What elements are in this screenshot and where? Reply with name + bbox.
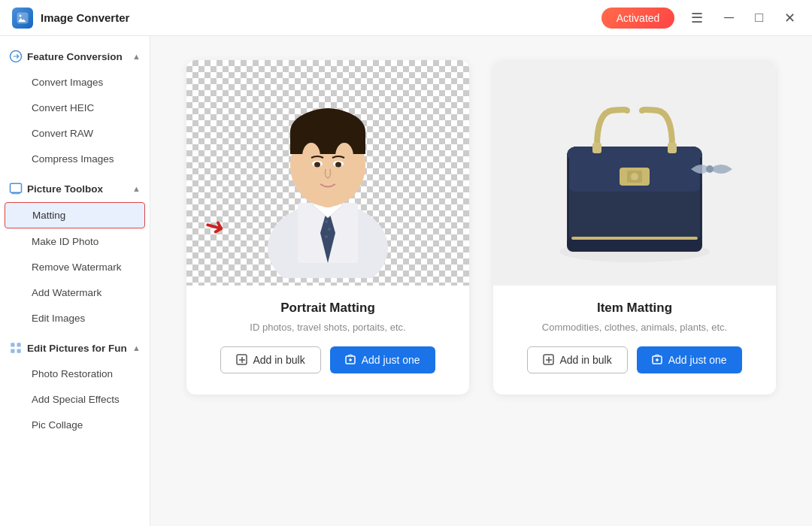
feature-conversion-label: Feature Conversion: [27, 51, 123, 62]
sidebar-item-matting[interactable]: Matting: [5, 202, 145, 228]
portrait-add-one-button[interactable]: Add just one: [330, 346, 435, 373]
feature-conversion-header[interactable]: Feature Conversion ▲: [0, 42, 150, 69]
bag-svg: [529, 71, 740, 274]
sidebar-item-remove-watermark[interactable]: Remove Watermark: [5, 255, 145, 280]
svg-rect-7: [17, 349, 21, 353]
svg-point-43: [706, 165, 714, 173]
app-logo: [12, 8, 33, 29]
red-arrow: ➜: [201, 210, 229, 243]
sidebar-item-convert-heic[interactable]: Convert HEIC: [5, 95, 145, 120]
portrait-add-bulk-button[interactable]: Add in bulk: [220, 346, 320, 373]
sidebar-item-pic-collage[interactable]: Pic Collage: [5, 413, 145, 437]
item-matting-title: Item Matting: [597, 301, 672, 316]
svg-point-24: [314, 162, 320, 168]
item-add-bulk-icon: [543, 354, 555, 366]
svg-rect-44: [571, 237, 698, 240]
svg-point-13: [328, 228, 331, 231]
sidebar-item-add-watermark[interactable]: Add Watermark: [5, 280, 145, 305]
sidebar-item-add-special-effects[interactable]: Add Special Effects: [5, 387, 145, 412]
picture-toolbox-header[interactable]: Picture Toolbox ▲: [0, 174, 150, 201]
sidebar-item-photo-restoration[interactable]: Photo Restoration: [5, 361, 145, 386]
edit-pictures-header[interactable]: Edit Pictures for Fun ▲: [0, 334, 150, 361]
item-add-one-icon: [652, 354, 664, 366]
content-area: ➜ Portrait Matting ID photos, travel sho…: [150, 36, 812, 526]
minimize-icon[interactable]: ─: [720, 7, 738, 29]
sidebar-item-convert-raw[interactable]: Convert RAW: [5, 121, 145, 146]
sidebar-item-make-id-photo[interactable]: Make ID Photo: [5, 229, 145, 254]
svg-point-19: [299, 108, 356, 141]
svg-rect-3: [11, 183, 22, 192]
edit-pictures-icon: [9, 341, 23, 355]
svg-rect-40: [668, 143, 677, 153]
activated-button[interactable]: Activated: [601, 8, 675, 29]
svg-point-12: [325, 220, 328, 223]
svg-rect-4: [11, 343, 14, 346]
svg-point-1: [20, 14, 22, 17]
portrait-matting-buttons: Add in bulk Add just one: [220, 346, 435, 373]
main-layout: Feature Conversion ▲ Convert Images Conv…: [0, 36, 812, 526]
picture-toolbox-label: Picture Toolbox: [27, 183, 103, 195]
portrait-image-area: ➜: [186, 60, 469, 286]
maximize-icon[interactable]: □: [750, 7, 768, 29]
app-title: Image Converter: [41, 11, 601, 24]
sidebar: Feature Conversion ▲ Convert Images Conv…: [0, 36, 150, 526]
cards-row: ➜ Portrait Matting ID photos, travel sho…: [186, 60, 776, 394]
edit-pictures-label: Edit Pictures for Fun: [27, 343, 127, 354]
portrait-svg: [245, 68, 411, 278]
sidebar-item-edit-images[interactable]: Edit Images: [5, 306, 145, 331]
item-matting-buttons: Add in bulk Add just one: [527, 346, 741, 373]
close-icon[interactable]: ✕: [780, 7, 800, 29]
svg-rect-6: [11, 349, 14, 353]
item-add-bulk-button[interactable]: Add in bulk: [527, 346, 627, 373]
add-bulk-icon: [236, 354, 248, 366]
item-matting-card: Item Matting Commodities, clothes, anima…: [493, 60, 776, 394]
feature-conversion-chevron: ▲: [132, 52, 141, 61]
picture-toolbox-icon: [9, 182, 23, 195]
add-one-icon: [345, 354, 357, 366]
item-add-one-button[interactable]: Add just one: [637, 346, 742, 373]
feature-conversion-icon: [9, 50, 23, 63]
edit-pictures-chevron: ▲: [132, 343, 141, 352]
svg-point-25: [335, 162, 341, 168]
menu-icon[interactable]: ☰: [686, 7, 707, 29]
portrait-matting-title: Portrait Matting: [280, 301, 375, 316]
item-matting-desc: Commodities, clothes, animals, plants, e…: [542, 322, 727, 333]
svg-rect-39: [592, 143, 601, 153]
titlebar: Image Converter Activated ☰ ─ □ ✕: [0, 0, 812, 36]
svg-point-14: [325, 235, 328, 238]
svg-rect-5: [17, 343, 21, 346]
item-image-area: [493, 60, 776, 286]
sidebar-item-convert-images[interactable]: Convert Images: [5, 70, 145, 95]
sidebar-item-compress-images[interactable]: Compress Images: [5, 147, 145, 171]
svg-point-38: [631, 173, 638, 180]
portrait-matting-card: ➜ Portrait Matting ID photos, travel sho…: [186, 60, 469, 394]
picture-toolbox-chevron: ▲: [132, 184, 141, 193]
portrait-matting-desc: ID photos, travel shots, portaits, etc.: [250, 322, 405, 333]
titlebar-controls: Activated ☰ ─ □ ✕: [601, 7, 800, 29]
